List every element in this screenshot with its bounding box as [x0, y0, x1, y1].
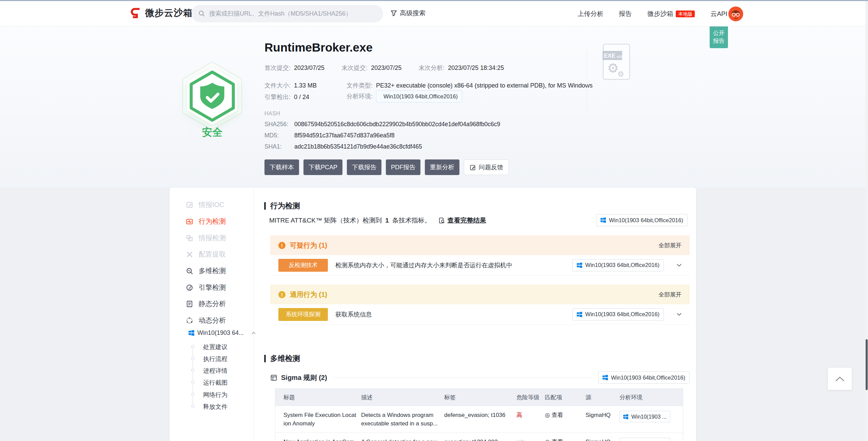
sidebar-item-behavior-detect[interactable]: 行为检测	[186, 217, 226, 226]
sigma-rules-title: Sigma 规则 (2)	[281, 373, 327, 382]
sidebar-env-toggle[interactable]: Win10(1903 64...	[189, 329, 256, 337]
sidebar-item-dynamic-analysis[interactable]: 动态分析	[186, 316, 226, 325]
analysis-env-chip[interactable]: Win10(1903 64bit,Office2016)	[376, 90, 462, 102]
public-report-badge: 公开 报告	[710, 26, 728, 48]
download-pcap-button[interactable]: 下载PCAP	[303, 159, 342, 175]
exe-file-icon: EXE x64 ⚙ ⚙	[603, 43, 630, 80]
brand-logo[interactable]: 微步云沙箱	[130, 7, 193, 19]
sidebar-sub-network-behavior[interactable]: 网络行为	[203, 391, 228, 399]
windows-logo-icon	[189, 330, 194, 336]
analysis-env-row: 分析环境: Win10(1903 64bit,Office2016)	[347, 90, 462, 102]
page-scrollbar[interactable]	[865, 1, 868, 441]
view-match-link[interactable]: ◎查看	[545, 438, 586, 441]
feedback-button[interactable]: 问题反馈	[464, 159, 509, 175]
sidebar-divider	[253, 188, 254, 441]
sidebar-sub-disposal-advice[interactable]: 处置建议	[203, 343, 228, 351]
md5-row: MD5: 8f594d591c37faa67457d837a96ea5f8	[264, 132, 395, 139]
action-buttons: 下载样本 下载PCAP 下载报告 PDF报告 重新分析 问题反馈	[264, 159, 509, 175]
behavior-section-header: 行为检测	[264, 201, 300, 211]
suspicious-row-desc: 检测系统内存大小，可能通过内存大小来判断是否运行在虚拟机中	[335, 261, 512, 269]
generic-row-desc: 获取系统信息	[335, 310, 372, 319]
sigma-table-header: 标题 描述 标签 危险等级 匹配项 源 分析环境	[275, 389, 683, 406]
md5-value: 8f594d591c37faa67457d837a96ea5f8	[294, 132, 395, 139]
sha1-row: SHA1: adc21b18b6b5354121d7b9d9e44ae36c8c…	[264, 143, 422, 150]
chevron-down-icon[interactable]	[677, 313, 682, 316]
search-input[interactable]	[209, 10, 376, 17]
file-meta-row: 文件大小: 1.33 MB	[264, 81, 317, 90]
sha256-value: 00867594b520516c8dc606cbdb2229902b4b590b…	[294, 121, 500, 128]
rule-env-chip[interactable]: Win10(1903 ...	[619, 411, 670, 422]
chevron-up-icon	[252, 332, 256, 334]
svg-text:x64: x64	[616, 55, 623, 59]
row-env-chip[interactable]: Win10(1903 64bit,Office2016)	[572, 308, 664, 321]
view-match-link[interactable]: ◎查看	[545, 411, 586, 419]
doc-list-icon	[186, 300, 193, 308]
sidebar-sub-execution-flow[interactable]: 执行流程	[203, 355, 228, 363]
download-sample-button[interactable]: 下载样本	[264, 159, 299, 175]
expand-all-generic[interactable]: 全部展开	[658, 291, 682, 299]
sigma-rules-header: Sigma 规则 (2) Win10(1903 64bit,Office2016…	[270, 371, 690, 384]
scrollbar-thumb[interactable]	[866, 339, 868, 390]
navbar-links: 上传分析 报告 微步沙箱 本地版 云API	[577, 1, 736, 26]
brand-logo-text: 微步云沙箱	[145, 7, 193, 19]
reanalyze-button[interactable]: 重新分析	[425, 159, 459, 175]
windows-logo-icon	[577, 312, 582, 317]
advanced-search-button[interactable]: 高级搜索	[391, 9, 426, 18]
sandbox-report-page: 微步云沙箱 高级搜索 上传分析 报告 微步沙箱 本地版 云API	[0, 0, 868, 441]
pdf-report-button[interactable]: PDF报告	[386, 159, 420, 175]
threatbook-logo-icon	[130, 7, 142, 19]
svg-text:EXE: EXE	[604, 53, 615, 59]
nav-upload-analysis[interactable]: 上传分析	[577, 9, 603, 18]
sigma-env-chip[interactable]: Win10(1903 64bit,Office2016)	[598, 371, 690, 384]
system-env-probe-tag[interactable]: 系统环境探测	[278, 308, 328, 321]
rule-title: New Application in AppCompat	[275, 438, 361, 441]
sidebar-item-engine-detect[interactable]: 引擎检测	[186, 283, 226, 292]
target-icon: ◎	[545, 411, 550, 419]
chevron-down-icon[interactable]	[677, 264, 682, 267]
suspicious-behavior-header: ! 可疑行为 (1) 全部展开	[270, 235, 690, 255]
svg-text:⚙: ⚙	[617, 70, 624, 78]
sidebar-item-multidim-detect[interactable]: 多维检测	[186, 266, 226, 275]
verdict-label: 安全	[174, 126, 251, 139]
rule-title: System File Execution Location Anomaly	[275, 411, 361, 428]
global-search[interactable]	[192, 5, 383, 22]
multidim-section-title: 多维检测	[270, 353, 300, 364]
sigma-table-icon	[270, 374, 277, 381]
back-to-top-button[interactable]	[828, 367, 852, 390]
row-env-chip[interactable]: Win10(1903 64bit,Office2016)	[572, 259, 664, 271]
sha256-row: SHA256: 00867594b520516c8dc606cbdb222990…	[264, 121, 500, 128]
user-avatar[interactable]	[728, 6, 743, 21]
last-analysis-value: 2023/07/25 18:34:25	[448, 64, 504, 72]
mitre-summary: MITRE ATT&CK™ 矩阵（技术）检测到 1 条技术指标。 查看完整结果	[269, 216, 486, 225]
rule-source: SigmaHQ	[586, 438, 619, 441]
nav-reports[interactable]: 报告	[619, 9, 632, 18]
top-navbar: 微步云沙箱 高级搜索 上传分析 报告 微步沙箱 本地版 云API	[0, 1, 868, 26]
submit-meta-row: 首次提交: 2023/07/25 末次提交: 2023/07/25 末次分析: …	[264, 64, 504, 72]
sigma-rule-row: System File Execution Location Anomaly D…	[275, 406, 683, 433]
feedback-pencil-icon	[470, 164, 476, 171]
rule-env-chip[interactable]: Win10(1903 ...	[619, 438, 670, 441]
risk-level: info	[516, 438, 545, 441]
nav-sandbox-local[interactable]: 微步沙箱 本地版	[647, 9, 695, 18]
behavior-env-chip[interactable]: Win10(1903 64bit,Office2016)	[596, 214, 688, 226]
sidebar-sub-process-detail[interactable]: 进程详情	[203, 367, 228, 375]
anti-detection-tag[interactable]: 反检测技术	[278, 259, 328, 272]
suspicious-behavior-row[interactable]: 反检测技术 检测系统内存大小，可能通过内存大小来判断是否运行在虚拟机中 Win1…	[270, 255, 690, 275]
expand-all-suspicious[interactable]: 全部展开	[658, 242, 682, 249]
view-full-results-link[interactable]: 查看完整结果	[438, 216, 486, 225]
sidebar-sub-runtime-screenshot[interactable]: 运行截图	[203, 379, 228, 387]
alert-icon: !	[278, 291, 285, 298]
sidebar-item-static-analysis[interactable]: 静态分析	[186, 299, 226, 308]
generic-title: 通用行为 (1)	[290, 290, 327, 299]
sidebar-item-intel-detect: 情报检测	[186, 233, 226, 243]
windows-logo-icon	[600, 217, 606, 223]
sidebar-item-config-extract: 配置提取	[186, 250, 226, 259]
hero-divider	[587, 50, 587, 111]
sidebar-sub-dropped-files[interactable]: 释放文件	[203, 403, 228, 411]
generic-behavior-row[interactable]: 系统环境探测 获取系统信息 Win10(1903 64bit,Office201…	[270, 304, 690, 325]
magnifier-wave-icon	[186, 267, 193, 275]
download-report-button[interactable]: 下载报告	[347, 159, 381, 175]
windows-logo-icon	[603, 375, 608, 380]
doc-search-icon	[438, 217, 445, 224]
file-type-value: PE32+ executable (console) x86-64 (strip…	[376, 82, 593, 89]
